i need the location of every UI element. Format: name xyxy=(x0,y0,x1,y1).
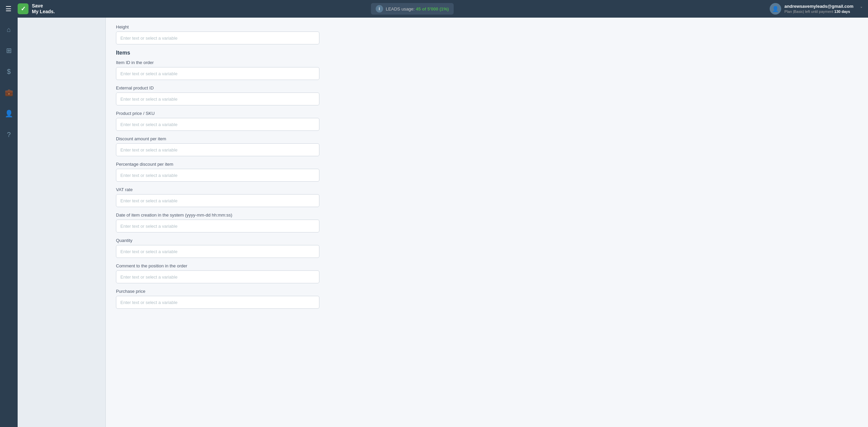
purchase-price-field-group: Purchase price xyxy=(116,289,858,309)
hamburger-icon[interactable]: ☰ xyxy=(5,5,12,13)
percentage-discount-field-group: Percentage discount per item xyxy=(116,162,858,182)
content-panel: Height Items Item ID in the order Extern… xyxy=(106,18,868,427)
date-creation-input[interactable] xyxy=(116,220,319,232)
leads-usage-label: LEADS usage: 45 of 5'000 (1%) xyxy=(386,6,449,12)
vat-rate-input[interactable] xyxy=(116,194,319,207)
quantity-label: Quantity xyxy=(116,238,858,243)
comment-position-field-group: Comment to the position in the order xyxy=(116,263,858,283)
body-layout: ⌂ ⊞ $ 💼 👤 ? Height Items Item ID in the … xyxy=(0,18,868,427)
sidebar: ⌂ ⊞ $ 💼 👤 ? xyxy=(0,18,18,427)
vat-rate-field-group: VAT rate xyxy=(116,187,858,207)
product-price-sku-input[interactable] xyxy=(116,118,319,131)
header-right: 👤 andrewsavemyleads@gmail.com Plan |Basi… xyxy=(770,3,863,15)
comment-position-input[interactable] xyxy=(116,270,319,283)
logo-check-icon: ✓ xyxy=(18,3,28,14)
external-product-id-field-group: External product ID xyxy=(116,85,858,105)
sidebar-item-help[interactable]: ? xyxy=(2,128,15,141)
sidebar-item-home[interactable]: ⌂ xyxy=(2,23,15,36)
info-icon: i xyxy=(376,5,383,13)
height-field-group: Height xyxy=(116,24,858,44)
header-left: ☰ ✓ Save My Leads. xyxy=(5,3,55,15)
height-label: Height xyxy=(116,24,858,29)
leads-usage-badge: i LEADS usage: 45 of 5'000 (1%) xyxy=(371,3,454,15)
external-product-id-input[interactable] xyxy=(116,93,319,105)
main-area: Height Items Item ID in the order Extern… xyxy=(18,18,868,427)
user-email: andrewsavemyleads@gmail.com xyxy=(785,4,853,9)
sidebar-item-user[interactable]: 👤 xyxy=(2,107,15,120)
item-id-field-group: Item ID in the order xyxy=(116,60,858,80)
discount-amount-label: Discount amount per item xyxy=(116,136,858,141)
product-price-sku-label: Product price / SKU xyxy=(116,111,858,116)
external-product-id-label: External product ID xyxy=(116,85,858,90)
height-input[interactable] xyxy=(116,32,319,44)
sidebar-item-grid[interactable]: ⊞ xyxy=(2,44,15,57)
header-center: i LEADS usage: 45 of 5'000 (1%) xyxy=(55,3,770,15)
purchase-price-input[interactable] xyxy=(116,296,319,309)
vat-rate-label: VAT rate xyxy=(116,187,858,192)
discount-amount-input[interactable] xyxy=(116,143,319,156)
purchase-price-label: Purchase price xyxy=(116,289,858,294)
left-panel xyxy=(18,18,106,427)
items-section-title: Items xyxy=(116,50,858,56)
sidebar-item-briefcase[interactable]: 💼 xyxy=(2,86,15,99)
user-avatar: 👤 xyxy=(770,3,781,15)
item-id-label: Item ID in the order xyxy=(116,60,858,65)
leads-usage-value: 45 of 5'000 (1%) xyxy=(416,6,449,12)
percentage-discount-label: Percentage discount per item xyxy=(116,162,858,167)
item-id-input[interactable] xyxy=(116,67,319,80)
sidebar-item-dollar[interactable]: $ xyxy=(2,65,15,78)
chevron-down-icon[interactable]: ˅ xyxy=(860,6,863,12)
percentage-discount-input[interactable] xyxy=(116,169,319,182)
logo-text: Save My Leads. xyxy=(32,3,55,15)
date-creation-label: Date of item creation in the system (yyy… xyxy=(116,212,858,218)
comment-position-label: Comment to the position in the order xyxy=(116,263,858,268)
date-creation-field-group: Date of item creation in the system (yyy… xyxy=(116,212,858,232)
user-info: andrewsavemyleads@gmail.com Plan |Basic|… xyxy=(785,4,853,14)
plan-info: Plan |Basic| left until payment 130 days xyxy=(785,9,850,14)
discount-amount-field-group: Discount amount per item xyxy=(116,136,858,156)
quantity-input[interactable] xyxy=(116,245,319,258)
product-price-sku-field-group: Product price / SKU xyxy=(116,111,858,131)
quantity-field-group: Quantity xyxy=(116,238,858,258)
top-header: ☰ ✓ Save My Leads. i LEADS usage: 45 of … xyxy=(0,0,868,18)
